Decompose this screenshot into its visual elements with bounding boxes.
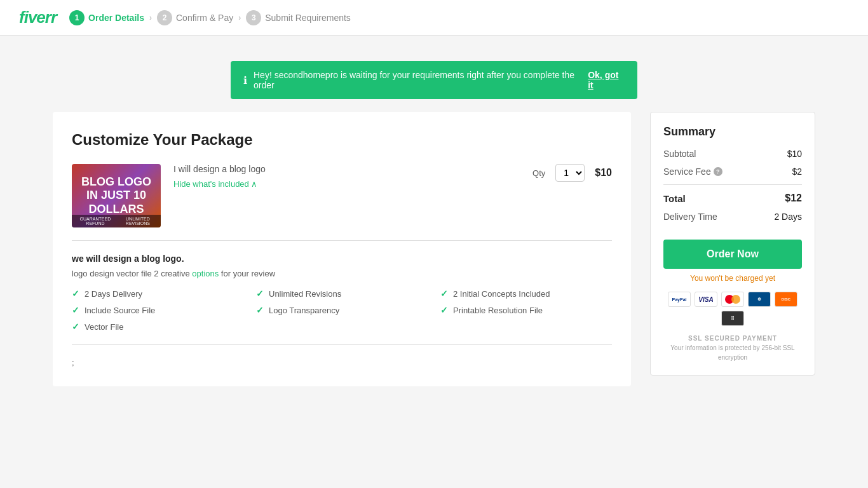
summary-title: Summary — [663, 125, 802, 139]
feature-text: Unlimited Revisions — [269, 289, 341, 299]
banner-ok-link[interactable]: Ok, got it — [588, 70, 625, 90]
total-value: $12 — [785, 193, 802, 204]
feature-text: 2 Initial Concepts Included — [453, 289, 550, 299]
summary-sidebar: Summary Subtotal $10 Service Fee ? $2 To… — [650, 112, 815, 386]
page-title: Customize Your Package — [72, 131, 612, 149]
features-grid: ✓2 Days Delivery✓Unlimited Revisions✓2 I… — [72, 288, 612, 332]
footer-text: ; — [72, 358, 612, 367]
total-label: Total — [663, 193, 686, 204]
gig-subdesc: logo design vector file 2 creative optio… — [72, 269, 612, 278]
step-1: 1 Order Details — [69, 10, 144, 25]
service-fee-value: $2 — [792, 166, 802, 177]
product-row: BLOG LOGO IN JUST 10 DOLLARS GUARANTEED … — [72, 164, 612, 241]
delivery-value: 2 Days — [774, 212, 802, 222]
feature-item: ✓2 Days Delivery — [72, 288, 243, 299]
step-1-circle: 1 — [69, 10, 85, 25]
separator — [72, 344, 612, 345]
check-icon: ✓ — [440, 288, 448, 299]
qty-label: Qty — [532, 168, 545, 178]
step-3-label: Submit Requirements — [265, 13, 351, 23]
product-image-footer: GUARANTEED REFUND UNLIMITED REVISIONS — [72, 215, 161, 227]
included-section: we will design a blog logo. logo design … — [72, 241, 612, 332]
qty-select[interactable]: 1 2 3 — [555, 164, 585, 182]
discover-icon: DISC — [775, 292, 797, 307]
chevron-2: › — [238, 13, 241, 22]
step-3-circle: 3 — [246, 10, 261, 25]
check-icon: ✓ — [72, 305, 79, 315]
feature-item: ✓Logo Transparency — [256, 305, 428, 315]
step-2-circle: 2 — [157, 10, 172, 25]
feature-item: ✓2 Initial Concepts Included — [440, 288, 612, 299]
main-content: Customize Your Package BLOG LOGO IN JUST… — [53, 112, 631, 386]
service-fee-row: Service Fee ? $2 — [663, 166, 802, 177]
fiverr-logo: fiverr — [19, 8, 57, 27]
ssl-desc: Your information is protected by 256-bit… — [663, 343, 802, 362]
mastercard-icon — [721, 292, 744, 307]
service-fee-label: Service Fee ? — [663, 166, 722, 177]
logo-text: fiverr — [19, 8, 57, 27]
delivery-row: Delivery Time 2 Days — [663, 212, 802, 222]
ssl-title: SSL SECURED PAYMENT — [663, 334, 802, 343]
no-charge-text: You won't be charged yet — [663, 274, 802, 283]
feature-text: Include Source File — [85, 306, 155, 315]
step-2: 2 Confirm & Pay — [157, 10, 233, 25]
feature-text: Printable Resolution File — [453, 306, 543, 315]
step-2-label: Confirm & Pay — [176, 13, 233, 23]
feature-text: Vector File — [85, 322, 123, 332]
product-price: $10 — [595, 167, 612, 179]
subtotal-value: $10 — [787, 149, 802, 159]
ssl-text: SSL SECURED PAYMENT Your information is … — [663, 334, 802, 362]
product-image-line1: BLOG LOGO IN JUST 10 DOLLARS — [72, 175, 161, 217]
check-icon: ✓ — [72, 322, 79, 332]
order-now-button[interactable]: Order Now — [663, 240, 802, 269]
feature-item: ✓Unlimited Revisions — [256, 288, 428, 299]
paypal-icon: PayPal — [668, 292, 691, 307]
feature-text: Logo Transparency — [269, 306, 339, 315]
check-icon: ✓ — [440, 305, 448, 315]
summary-divider — [663, 184, 802, 185]
product-image: BLOG LOGO IN JUST 10 DOLLARS GUARANTEED … — [72, 164, 161, 227]
step-3: 3 Submit Requirements — [246, 10, 351, 25]
service-fee-info-icon[interactable]: ? — [714, 167, 722, 176]
product-title: I will design a blog logo — [173, 164, 520, 174]
check-icon: ✓ — [72, 288, 79, 299]
subtotal-label: Subtotal — [663, 149, 696, 159]
content-wrapper: Customize Your Package BLOG LOGO IN JUST… — [53, 112, 815, 386]
feature-item: ✓Include Source File — [72, 305, 243, 315]
summary-card: Summary Subtotal $10 Service Fee ? $2 To… — [650, 112, 815, 376]
gig-description: we will design a blog logo. — [72, 254, 612, 264]
chevron-1: › — [149, 13, 152, 22]
diners-icon: ⊕ — [748, 292, 771, 307]
header: fiverr 1 Order Details › 2 Confirm & Pay… — [0, 0, 868, 36]
step-1-label: Order Details — [88, 13, 144, 23]
delivery-label: Delivery Time — [663, 212, 717, 222]
feature-text: 2 Days Delivery — [85, 289, 142, 299]
options-link[interactable]: options — [192, 269, 219, 278]
banner-message: Hey! secondhomepro is waiting for your r… — [254, 70, 581, 90]
qty-price: Qty 1 2 3 $10 — [532, 164, 612, 182]
check-icon: ✓ — [256, 288, 264, 299]
visa-icon: VISA — [695, 292, 717, 307]
other-payment-icon: ⠿ — [721, 311, 744, 326]
info-icon: ℹ — [243, 74, 247, 86]
hide-included-toggle[interactable]: Hide what's included ∧ — [173, 179, 520, 189]
feature-item: ✓Printable Resolution File — [440, 305, 612, 315]
total-row: Total $12 — [663, 193, 802, 204]
payment-icons: PayPal VISA ⊕ DISC ⠿ — [663, 292, 802, 326]
page-container: ℹ Hey! secondhomepro is waiting for your… — [0, 36, 868, 485]
breadcrumb: 1 Order Details › 2 Confirm & Pay › 3 Su… — [69, 10, 351, 25]
feature-item: ✓Vector File — [72, 322, 243, 332]
info-banner: ℹ Hey! secondhomepro is waiting for your… — [231, 61, 637, 99]
product-info: I will design a blog logo Hide what's in… — [173, 164, 520, 189]
check-icon: ✓ — [256, 305, 264, 315]
subtotal-row: Subtotal $10 — [663, 149, 802, 159]
